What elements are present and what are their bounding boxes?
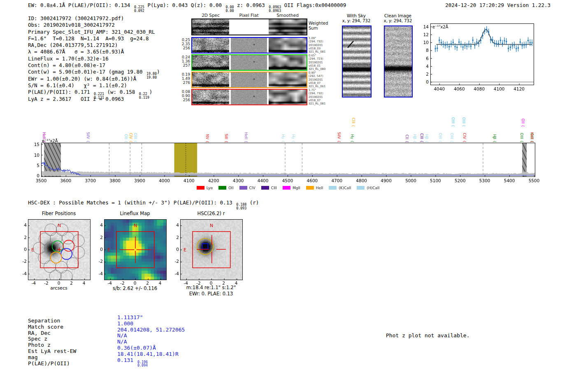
hsc-dex-match-header: HSC-DEX : Possible Matches = 1 (within +… xyxy=(28,199,259,209)
axis-tick-label: 2 xyxy=(218,281,230,285)
elixer-report-page: EW: 0.8±4.1Å P(LAE)/P(OII): 0.134 0.2250… xyxy=(0,0,576,392)
axis-tick-label: 4100 xyxy=(491,86,507,91)
info-line: EWr = 1.00(±0.20) (w: 0.84(±0.16))Å xyxy=(28,76,160,82)
legend-swatch xyxy=(239,186,247,190)
spectral-line-labels: HeII {SiIV {OII {CIV {OIII {NV {SiII {He… xyxy=(41,110,535,143)
axis-tick-label: 10 xyxy=(29,153,39,158)
stacked-uncertainty: 0.09630.0963 xyxy=(268,5,281,12)
axis-tick-label: 3900 xyxy=(130,178,150,183)
axis-tick-label: 0 xyxy=(169,247,179,252)
row-meta: 321_RL_081 xyxy=(309,50,325,53)
uncertainty-low: 0.094 xyxy=(137,364,148,367)
row-stat: 276 xyxy=(177,81,190,85)
text-segment: N/A xyxy=(117,339,127,345)
uncertainty-low: 19.80 xyxy=(146,76,157,79)
stacked-uncertainty: 0.1960.094 xyxy=(137,360,148,367)
spec2d-strip-spec xyxy=(192,72,229,87)
stacked-uncertainty: 19.8019.80 xyxy=(146,72,157,79)
legend-swatch xyxy=(283,186,290,190)
legend-swatch xyxy=(218,186,226,190)
axis-tick-label: 3700 xyxy=(81,178,100,183)
axis-tick-label: 4080 xyxy=(471,86,488,91)
clean-image-coords: x, y: 294, 732 xyxy=(377,19,418,23)
axis-tick-label: -2 xyxy=(116,281,128,285)
text-segment: Primary Spec_Slot_IFU_AMP: 321_042_030_R… xyxy=(28,29,155,35)
axis-tick-label: 2 xyxy=(417,72,429,77)
axis-tick-label: 4400 xyxy=(253,178,273,183)
axis-tick-label: -2 xyxy=(192,281,204,285)
match-table-label: Spec z xyxy=(28,336,76,342)
row-stat: 257 xyxy=(177,64,190,68)
row-meta: 20190201 xyxy=(309,95,325,99)
text-segment: RA,Dec (204.013779,51.271912) xyxy=(28,42,118,48)
spec2d-strip-flat xyxy=(231,90,267,104)
axis-tick-label: 0 xyxy=(205,281,217,285)
axis-tick-label: 2 xyxy=(142,281,154,285)
text-segment: 1.11317" xyxy=(117,314,143,320)
axis-tick-label: 2 xyxy=(169,235,179,240)
info-line: S/N = 6.1(±0.4) χ² = 1.1(±0.2) xyxy=(28,82,160,89)
match-table-value: 0.131 0.1960.094 xyxy=(117,357,185,363)
axis-tick-label: 5400 xyxy=(499,178,519,183)
spec2d-column-title: Pixel Flat xyxy=(228,13,269,18)
row-meta: 20190201 xyxy=(309,78,325,81)
info-line: Obs: 20190201v018_3002417972 xyxy=(28,22,160,28)
row-meta: 20190201 xyxy=(309,61,325,64)
info-line: ID: 3002417972 (3002417972.pdf) xyxy=(28,15,160,22)
match-table-label: Separation xyxy=(28,318,76,324)
axis-tick-label: 4900 xyxy=(376,178,396,183)
spec2d-strip-smooth xyxy=(269,72,307,87)
spectral-line-label: Hβ { xyxy=(425,134,429,143)
spec2d-strip-spec xyxy=(192,38,229,53)
spec2d-strip-flat xyxy=(231,55,267,70)
match-table-label: P(LAE)/P(OII) xyxy=(28,360,76,366)
axis-tick-label: -4 xyxy=(17,271,27,276)
axis-tick-label: 0 xyxy=(53,281,65,285)
with-sky-title: With Sky xyxy=(336,13,377,18)
legend-item: CIII xyxy=(261,186,277,190)
match-table-value: 0.36(±0.07)Å xyxy=(117,345,185,351)
match-table-label: Match score xyxy=(28,324,76,330)
axis-tick-label: -2 xyxy=(40,281,52,285)
text-segment: 18.41(18.41,18.41)R xyxy=(117,351,179,357)
axis-tick-label: -2 xyxy=(93,259,103,264)
spectral-line-label: OIII { xyxy=(520,133,524,143)
axis-tick-label: 0 xyxy=(129,281,141,285)
row-meta: (292, 547) xyxy=(309,74,325,78)
spectral-line-label: OIII { xyxy=(451,117,455,127)
axis-tick-label: -4 xyxy=(93,271,103,276)
axis-tick-label: 15 xyxy=(29,142,39,147)
axis-tick-label: 3800 xyxy=(105,178,125,183)
legend-item: Lyα xyxy=(197,186,213,190)
axis-tick-label: 4 xyxy=(230,281,242,285)
stacked-uncertainty: 0.2250.092 xyxy=(133,5,144,12)
text-segment: 0.131 xyxy=(117,357,137,363)
inset-unit-label: e⁻¹⁷x2Å xyxy=(432,25,448,29)
axis-tick-label: 5300 xyxy=(475,178,495,183)
spec2d-row-left-labels: 0.191.49276 xyxy=(177,73,190,85)
spec2d-strip-spec xyxy=(192,55,229,70)
spec2d-strip-smooth xyxy=(269,19,307,35)
legend-label: OII xyxy=(228,186,233,190)
text-segment: 0.36(±0.07)Å xyxy=(117,345,156,351)
axis-tick-label: 5500 xyxy=(524,178,544,183)
legend-item: (H)CaII xyxy=(357,186,379,190)
axis-tick-label: 4 xyxy=(417,64,429,69)
row-meta: 1.09" xyxy=(309,37,325,40)
spec2d-row-left-labels: 0.080.90256 xyxy=(177,90,190,102)
axis-tick-label: 4 xyxy=(169,223,179,227)
axis-tick-label: -4 xyxy=(180,281,192,285)
info-line: λ = 4086.67Å σ = 3.65(±0.93)Å xyxy=(28,49,160,55)
axis-tick-label: 5 xyxy=(29,163,39,168)
spec2d-row-left-labels: 0.241.36257 xyxy=(177,56,190,68)
text-segment: EW: 0.8±4.1Å P(LAE)/P(OII): 0.134 xyxy=(28,2,133,8)
text-segment: ) xyxy=(157,69,160,75)
spec2d-column-title: Smoothed xyxy=(267,13,308,18)
legend-label: CIII xyxy=(271,186,277,190)
match-table-label: mag xyxy=(28,354,76,360)
axis-tick-label: 4700 xyxy=(327,178,347,183)
info-line: Primary Spec_Slot_IFU_AMP: 321_042_030_R… xyxy=(28,29,160,35)
legend-label: (K)CaII xyxy=(339,186,351,190)
info-line: F=1.6" T=0.128 N=1.14 A=0.93 g=24.8 xyxy=(28,35,160,42)
fiber-positions-canvas xyxy=(28,219,91,280)
